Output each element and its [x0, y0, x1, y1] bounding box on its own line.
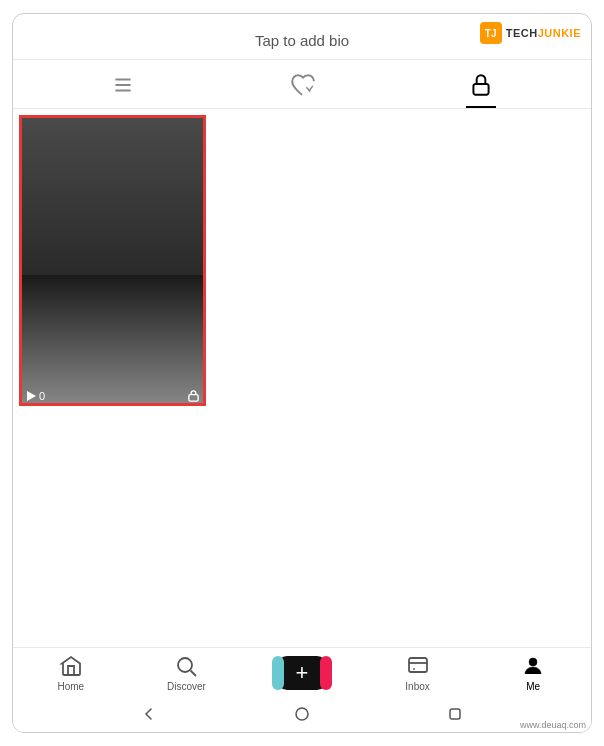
bottom-nav: Home Discover +	[13, 647, 591, 696]
video-overlay: 0	[19, 389, 206, 402]
play-count-text: 0	[39, 390, 45, 402]
svg-marker-4	[27, 391, 36, 401]
svg-rect-3	[474, 84, 489, 95]
add-icon: +	[296, 662, 309, 684]
video-thumbnail[interactable]: 0	[19, 115, 206, 406]
svg-rect-5	[189, 395, 198, 402]
nav-home-label: Home	[57, 681, 84, 692]
watermark-icon: TJ	[480, 22, 502, 44]
svg-rect-13	[450, 709, 460, 719]
nav-discover[interactable]: Discover	[159, 654, 214, 692]
nav-home[interactable]: Home	[43, 654, 98, 692]
nav-inbox-label: Inbox	[405, 681, 429, 692]
play-count: 0	[25, 390, 45, 402]
content-area: 0	[13, 109, 591, 647]
svg-point-12	[296, 708, 308, 720]
android-back-button[interactable]	[139, 704, 159, 724]
bio-placeholder-text: Tap to add bio	[255, 32, 349, 49]
add-button[interactable]: +	[277, 656, 327, 690]
nav-me-label: Me	[526, 681, 540, 692]
android-nav	[13, 696, 591, 732]
video-grid: 0	[19, 115, 585, 406]
svg-point-6	[178, 658, 192, 672]
android-home-button[interactable]	[292, 704, 312, 724]
video-bg-bottom	[19, 275, 206, 406]
tab-icons-row	[13, 60, 591, 109]
video-bg-top	[19, 115, 206, 275]
tab-grid[interactable]	[93, 72, 153, 108]
tab-private[interactable]	[451, 72, 511, 108]
site-watermark: www.deuaq.com	[520, 720, 586, 730]
nav-items: Home Discover +	[13, 654, 591, 692]
nav-add[interactable]: +	[274, 656, 329, 690]
nav-inbox[interactable]: Inbox	[390, 654, 445, 692]
svg-rect-8	[409, 658, 427, 672]
watermark: TJ TECHJUNKIE	[480, 22, 581, 44]
android-recents-button[interactable]	[445, 704, 465, 724]
nav-discover-label: Discover	[167, 681, 206, 692]
phone-frame: TJ TECHJUNKIE Tap to add bio	[12, 13, 592, 733]
svg-line-7	[191, 671, 197, 677]
tab-liked[interactable]	[272, 72, 332, 108]
svg-point-11	[529, 658, 537, 666]
watermark-text: TECHJUNKIE	[506, 27, 581, 39]
video-lock-icon	[187, 389, 200, 402]
nav-me[interactable]: Me	[506, 654, 561, 692]
